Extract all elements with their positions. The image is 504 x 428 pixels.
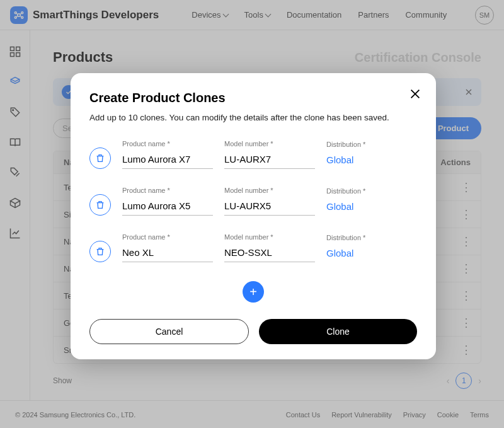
model-number-label: Model number * xyxy=(224,187,315,194)
model-number-label: Model number * xyxy=(224,140,315,147)
clone-row: Product name * Model number * Distributi… xyxy=(89,140,417,169)
product-name-label: Product name * xyxy=(122,233,213,241)
model-number-input[interactable] xyxy=(224,151,315,169)
delete-clone-button[interactable] xyxy=(89,194,111,216)
product-name-input[interactable] xyxy=(122,245,213,262)
cancel-button[interactable]: Cancel xyxy=(89,319,249,344)
model-number-input[interactable] xyxy=(224,245,315,262)
modal-close-icon[interactable] xyxy=(408,87,422,101)
distribution-select[interactable]: Global xyxy=(326,245,353,262)
model-number-label: Model number * xyxy=(224,233,315,241)
delete-clone-button[interactable] xyxy=(89,241,111,262)
product-name-input[interactable] xyxy=(122,151,213,169)
distribution-label: Distribution * xyxy=(326,141,417,148)
create-clones-modal: Create Product Clones Add up to 10 clone… xyxy=(71,73,436,359)
clone-row: Product name * Model number * Distributi… xyxy=(89,233,417,262)
clone-row: Product name * Model number * Distributi… xyxy=(89,187,417,216)
delete-clone-button[interactable] xyxy=(89,147,111,169)
distribution-label: Distribution * xyxy=(326,234,417,241)
modal-subtitle: Add up to 10 clones. You can modify the … xyxy=(89,113,417,122)
model-number-input[interactable] xyxy=(224,198,315,216)
add-clone-button[interactable]: + xyxy=(243,281,264,303)
modal-title: Create Product Clones xyxy=(89,91,417,105)
product-name-label: Product name * xyxy=(122,140,213,147)
distribution-label: Distribution * xyxy=(326,187,417,195)
distribution-select[interactable]: Global xyxy=(326,199,353,216)
distribution-select[interactable]: Global xyxy=(326,152,353,169)
product-name-input[interactable] xyxy=(122,198,213,216)
clone-button[interactable]: Clone xyxy=(259,319,417,344)
product-name-label: Product name * xyxy=(122,187,213,194)
